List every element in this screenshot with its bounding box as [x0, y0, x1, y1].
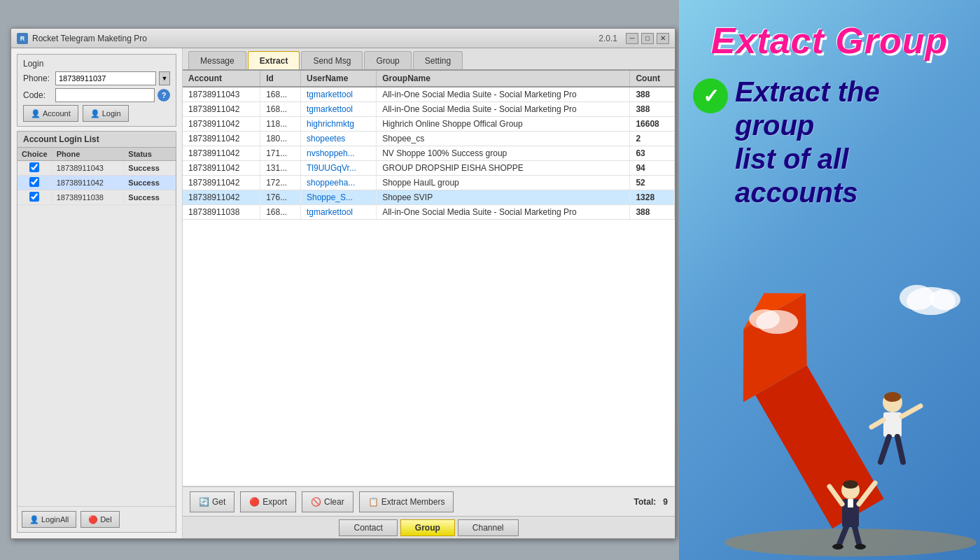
maximize-button[interactable]: □ [641, 33, 654, 44]
del-button[interactable]: 🔴 Del [80, 511, 120, 528]
cell-id: 118... [260, 117, 301, 132]
total-label: Total: 9 [634, 497, 668, 507]
account-list-item[interactable]: 18738911038 Success [18, 190, 176, 205]
promo-panel: Extact Group Extract the group list of a… [679, 0, 980, 560]
tab-extract[interactable]: Extract [248, 51, 300, 69]
table-row[interactable]: 18738911042 168... tgmarkettool All-in-O… [183, 102, 675, 117]
table-row[interactable]: 18738911042 176... Shoppe_S... Shopee SV… [183, 190, 675, 205]
left-panel: Login Phone: ▼ Code: ? 👤 Acco [11, 48, 183, 538]
cell-groupname: GROUP DROPSHIP EISHA SHOPPE [377, 161, 630, 176]
phone-input[interactable] [55, 71, 156, 85]
svg-line-10 [897, 437, 903, 462]
code-label: Code: [23, 90, 52, 100]
get-icon: 🔄 [199, 497, 209, 507]
code-row: Code: ? [23, 88, 170, 102]
cell-groupname: All-in-One Social Media Suite - Social M… [377, 87, 630, 102]
account-checkbox[interactable] [18, 161, 52, 176]
account-button[interactable]: 👤 Account [23, 105, 78, 122]
cell-groupname: Shopee_cs [377, 132, 630, 146]
login-section: Login Phone: ▼ Code: ? 👤 Acco [17, 54, 176, 127]
account-status: Success [124, 176, 176, 190]
account-table: Choice Phone Status 18738911043 Success [18, 148, 176, 506]
loginall-icon: 👤 [29, 515, 39, 524]
cell-username: Shoppe_S... [300, 190, 376, 205]
close-button[interactable]: ✕ [657, 33, 669, 44]
cell-username: highrichmktg [300, 117, 376, 132]
cell-username: nvshoppeh... [300, 146, 376, 161]
code-input[interactable] [55, 88, 155, 102]
cell-groupname: NV Shoppe 100% Success group [377, 146, 630, 161]
table-row[interactable]: 18738911042 171... nvshoppeh... NV Shopp… [183, 146, 675, 161]
account-bottom-buttons: 👤 LoginAll 🔴 Del [18, 506, 176, 532]
minimize-button[interactable]: ─ [626, 33, 638, 44]
promo-text: Extract the group list of all accounts [735, 75, 966, 209]
help-button[interactable]: ? [158, 89, 170, 102]
login-buttons: 👤 Account 👤 Login [23, 105, 170, 122]
col-phone: Phone [52, 148, 124, 161]
cell-account: 18738911042 [183, 190, 260, 205]
cell-account: 18738911042 [183, 161, 260, 176]
svg-rect-6 [883, 412, 902, 437]
cell-count: 52 [630, 176, 675, 190]
clear-button[interactable]: 🚫 Clear [302, 491, 354, 512]
cell-username: shoppeeha... [300, 176, 376, 190]
nav-bar: Contact Group Channel [183, 516, 675, 538]
account-phone: 18738911043 [52, 161, 124, 176]
window-title: Rocket Telegram Maketing Pro [32, 34, 598, 43]
business-illustration [721, 266, 980, 560]
contact-nav-button[interactable]: Contact [339, 519, 397, 536]
cell-id: 168... [260, 102, 301, 117]
svg-point-19 [832, 544, 844, 550]
cell-count: 388 [630, 102, 675, 117]
tab-sendmsg[interactable]: Send Msg [301, 51, 363, 69]
window-body: Login Phone: ▼ Code: ? 👤 Acco [11, 48, 675, 538]
cell-count: 94 [630, 161, 675, 176]
cell-count: 2 [630, 132, 675, 146]
cell-id: 168... [260, 87, 301, 102]
extract-members-button[interactable]: 📋 Extract Members [359, 491, 454, 512]
get-button[interactable]: 🔄 Get [190, 491, 234, 512]
tab-group[interactable]: Group [364, 51, 411, 69]
tab-message[interactable]: Message [188, 51, 246, 69]
cell-count: 1328 [630, 190, 675, 205]
svg-line-8 [872, 420, 883, 427]
cell-count: 388 [630, 87, 675, 102]
cell-account: 18738911042 [183, 176, 260, 190]
del-icon: 🔴 [88, 515, 98, 524]
svg-point-22 [899, 285, 934, 310]
login-all-button[interactable]: 👤 LoginAll [22, 511, 76, 528]
account-list-item[interactable]: 18738911042 Success [18, 176, 176, 190]
account-checkbox[interactable] [18, 176, 52, 190]
phone-label: Phone: [23, 74, 52, 83]
account-list-item[interactable]: 18738911043 Success [18, 161, 176, 176]
cell-username: tgmarkettool [300, 205, 376, 220]
table-row[interactable]: 18738911043 168... tgmarkettool All-in-O… [183, 87, 675, 102]
cell-username: Tl9UUGqVr... [300, 161, 376, 176]
login-button[interactable]: 👤 Login [83, 105, 129, 122]
cell-id: 168... [260, 205, 301, 220]
svg-point-23 [930, 289, 960, 310]
account-list-header: Account Login List [18, 132, 176, 148]
account-icon: 👤 [31, 109, 41, 118]
svg-point-5 [884, 392, 901, 402]
cell-username: tgmarkettool [300, 102, 376, 117]
tab-setting[interactable]: Setting [413, 51, 463, 69]
svg-point-0 [724, 528, 976, 556]
table-row[interactable]: 18738911042 118... highrichmktg Highrich… [183, 117, 675, 132]
cell-groupname: All-in-One Social Media Suite - Social M… [377, 205, 630, 220]
phone-dropdown[interactable]: ▼ [159, 71, 170, 85]
app-icon: R [17, 33, 28, 44]
table-row[interactable]: 18738911042 180... shopeetes Shopee_cs 2 [183, 132, 675, 146]
channel-nav-button[interactable]: Channel [458, 519, 519, 536]
th-account: Account [183, 71, 260, 87]
account-list-section: Account Login List Choice Phone Status [17, 131, 176, 533]
th-id: Id [260, 71, 301, 87]
export-button[interactable]: 🔴 Export [240, 491, 296, 512]
account-checkbox[interactable] [18, 190, 52, 205]
group-nav-button[interactable]: Group [400, 519, 455, 536]
table-row[interactable]: 18738911042 172... shoppeeha... Shoppe H… [183, 176, 675, 190]
table-row[interactable]: 18738911038 168... tgmarkettool All-in-O… [183, 205, 675, 220]
clear-icon: 🚫 [311, 497, 321, 507]
check-icon [693, 78, 728, 113]
table-row[interactable]: 18738911042 131... Tl9UUGqVr... GROUP DR… [183, 161, 675, 176]
